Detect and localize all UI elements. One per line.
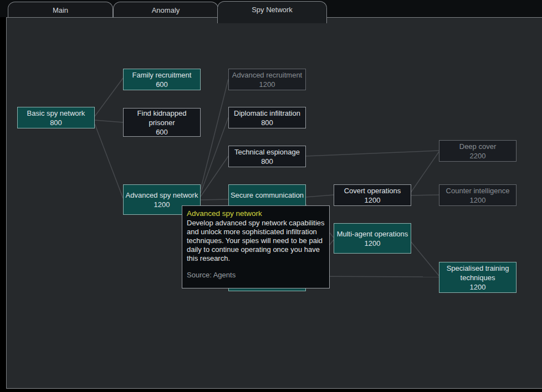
tech-node-cost: 800 [261, 118, 273, 127]
tech-node-specialised-training[interactable]: Specialised training techniques1200 [439, 262, 517, 293]
tech-node-title: Covert operations [344, 186, 401, 195]
tech-node-title: Basic spy network [27, 109, 85, 118]
tech-node-cost: 1200 [365, 239, 381, 248]
tech-node-title: Advanced recruitment [232, 70, 302, 80]
tech-node-diplomatic-infiltration[interactable]: Diplomatic infiltration800 [228, 107, 306, 128]
edge-advanced-spy-network-to-secure-communication [201, 199, 228, 200]
tech-node-deep-cover[interactable]: Deep cover2200 [439, 140, 517, 162]
tab-anomaly-label: Anomaly [152, 6, 180, 14]
tech-node-cost: 1200 [470, 195, 486, 205]
edge-covert-operations-to-counter-intelligence [411, 195, 439, 195]
tab-bar: Main Anomaly Spy Network [0, 0, 542, 17]
tech-node-find-kidnapped-prisoner[interactable]: Find kidnapped prisoner600 [123, 108, 201, 137]
tech-node-cost: 600 [156, 80, 168, 89]
edge-advanced-spy-network-to-technical-espionage [201, 156, 228, 197]
tech-node-cost: 1200 [470, 282, 486, 292]
tech-node-title: Deep cover [459, 142, 496, 151]
tech-node-title: Multi-agent operations [337, 229, 408, 239]
tooltip-body: Develop advanced spy network capabilitie… [187, 219, 325, 263]
tab-spy-network-label: Spy Network [252, 6, 293, 14]
tech-node-cost: 2200 [470, 151, 486, 161]
game-screen: { "header": { "tabs": [ { "label": "Main… [0, 0, 542, 392]
tooltip-source: Source: Agents [187, 271, 325, 280]
tech-node-counter-intelligence[interactable]: Counter intelligence1200 [439, 184, 517, 206]
edge-advanced-spy-network-to-advanced-recruitment [201, 79, 228, 189]
edge-multi-agent-operations-to-specialised-training [411, 241, 439, 276]
tech-node-title: Technical espionage [234, 147, 300, 157]
tech-node-cost: 800 [50, 118, 62, 127]
tech-node-cost: 800 [261, 157, 273, 166]
tech-node-technical-espionage[interactable]: Technical espionage800 [228, 146, 306, 167]
tech-node-title: Specialised training techniques [441, 264, 515, 282]
edge-advanced-spy-network-to-diplomatic-infiltration [201, 117, 228, 193]
tech-node-title: Diplomatic infiltration [234, 109, 300, 118]
tech-tooltip: Advanced spy network Develop advanced sp… [182, 205, 330, 288]
tab-main[interactable]: Main [8, 2, 113, 17]
edge-covert-operations-to-deep-cover [411, 152, 439, 193]
tech-node-title: Find kidnapped prisoner [125, 109, 199, 127]
tooltip-title: Advanced spy network [187, 209, 325, 218]
tech-node-title: Secure communication [231, 190, 304, 200]
tech-node-cost: 1200 [365, 195, 381, 205]
tech-node-title: Counter intelligence [446, 186, 510, 195]
tech-node-multi-agent-operations[interactable]: Multi-agent operations1200 [334, 223, 411, 254]
tech-node-advanced-recruitment[interactable]: Advanced recruitment1200 [228, 69, 306, 90]
tab-spy-network[interactable]: Spy Network [217, 1, 327, 23]
tech-node-title: Advanced spy network [126, 190, 198, 200]
tech-node-title: Family recruitment [132, 70, 192, 80]
edge-basic-spy-network-to-family-recruitment [95, 78, 123, 116]
tech-node-cost: 1200 [259, 80, 275, 89]
tab-main-label: Main [53, 6, 68, 14]
tech-node-basic-spy-network[interactable]: Basic spy network800 [17, 107, 95, 128]
edge-basic-spy-network-to-advanced-spy-network [95, 124, 123, 198]
tech-node-cost: 1200 [154, 200, 170, 209]
edge-basic-spy-network-to-find-kidnapped-prisoner [95, 120, 123, 122]
edge-secure-communication-to-covert-operations [305, 195, 334, 197]
tab-anomaly[interactable]: Anomaly [113, 2, 218, 17]
edge-technical-espionage-to-deep-cover [305, 151, 439, 156]
tech-node-family-recruitment[interactable]: Family recruitment600 [123, 69, 201, 90]
tech-node-covert-operations[interactable]: Covert operations1200 [334, 184, 411, 206]
tech-node-cost: 600 [156, 127, 168, 137]
